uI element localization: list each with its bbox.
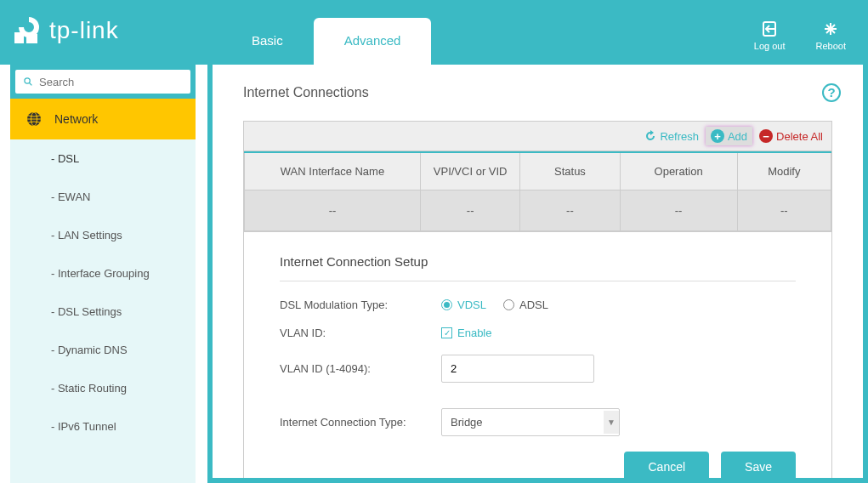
logout-button[interactable]: Log out (754, 20, 786, 51)
sidebar-item-dsl[interactable]: - DSL (10, 139, 196, 178)
label-modulation: DSL Modulation Type: (280, 298, 441, 311)
search-icon (24, 75, 32, 88)
sidebar-item-dynamic-dns[interactable]: - Dynamic DNS (10, 331, 196, 369)
svg-rect-1 (26, 34, 37, 43)
brand-name: tp-link (49, 17, 119, 44)
reboot-icon (816, 20, 846, 39)
sidebar-item-interface-grouping[interactable]: - Interface Grouping (10, 254, 196, 293)
radio-icon (503, 299, 514, 310)
reboot-label: Reboot (816, 41, 846, 51)
table-header-row: WAN Interface Name VPI/VCI or VID Status… (245, 152, 831, 190)
input-vlan-id[interactable] (441, 355, 594, 383)
select-conn-type[interactable]: Bridge ▼ (441, 408, 620, 436)
tab-basic[interactable]: Basic (221, 18, 314, 65)
search-wrap (10, 65, 196, 99)
row-vlan-value: VLAN ID (1-4094): (280, 355, 796, 383)
logout-label: Log out (754, 41, 786, 51)
help-icon[interactable]: ? (822, 83, 841, 102)
sidebar-item-ewan[interactable]: - EWAN (10, 178, 196, 216)
radio-vdsl[interactable]: VDSL (441, 298, 486, 311)
label-vlan: VLAN ID: (280, 327, 441, 339)
connections-table: Refresh + Add − Delete All WAN Interface… (243, 121, 832, 232)
search-input[interactable] (39, 76, 182, 88)
label-vlan-range: VLAN ID (1-4094): (280, 362, 441, 375)
col-status: Status (520, 152, 620, 190)
cancel-button[interactable]: Cancel (624, 452, 709, 478)
form-title: Internet Connection Setup (280, 254, 796, 269)
form-actions: Cancel Save (280, 452, 796, 478)
row-vlan-enable: VLAN ID: ✓ Enable (280, 327, 796, 339)
globe-icon (26, 111, 43, 128)
tplink-logo-icon (12, 15, 43, 46)
chevron-down-icon: ▼ (604, 411, 619, 434)
brand-logo: tp-link (12, 15, 119, 46)
radio-icon (441, 299, 452, 310)
col-modify: Modify (737, 152, 831, 190)
col-operation: Operation (620, 152, 737, 190)
plus-icon: + (711, 129, 724, 143)
form-setup: Internet Connection Setup DSL Modulation… (243, 232, 832, 478)
svg-line-12 (29, 82, 31, 85)
label-conn-type: Internet Connection Type: (280, 416, 441, 429)
row-conn-type: Internet Connection Type: Bridge ▼ (280, 408, 796, 436)
sidebar: Network - DSL - EWAN - LAN Settings - In… (10, 65, 196, 483)
form-divider (280, 281, 796, 281)
sidebar-section-network[interactable]: Network (10, 99, 196, 139)
refresh-button[interactable]: Refresh (644, 130, 699, 143)
delete-all-button[interactable]: − Delete All (759, 129, 823, 143)
check-icon: ✓ (441, 327, 452, 338)
panel-title: Internet Connections (243, 85, 832, 100)
row-modulation: DSL Modulation Type: VDSL ADSL (280, 298, 796, 311)
col-wan: WAN Interface Name (245, 152, 421, 190)
tab-advanced[interactable]: Advanced (314, 18, 432, 65)
table-row-empty: -- -- -- -- -- (245, 190, 831, 231)
header: tp-link Basic Advanced Log out Reboot (0, 0, 868, 65)
radio-adsl[interactable]: ADSL (503, 298, 548, 311)
add-button[interactable]: + Add (706, 127, 752, 145)
top-tabs: Basic Advanced (221, 18, 431, 65)
sidebar-item-ipv6-tunnel[interactable]: - IPv6 Tunnel (10, 407, 196, 446)
select-value: Bridge (451, 416, 483, 429)
reboot-button[interactable]: Reboot (816, 20, 846, 51)
col-vpi: VPI/VCI or VID (421, 152, 520, 190)
logout-icon (754, 20, 786, 39)
panel: Internet Connections ? Refresh + Add − D… (213, 65, 863, 478)
checkbox-enable[interactable]: ✓ Enable (441, 327, 491, 339)
header-actions: Log out Reboot (754, 20, 846, 51)
search-box[interactable] (15, 70, 190, 94)
sidebar-item-dsl-settings[interactable]: - DSL Settings (10, 293, 196, 331)
sidebar-item-static-routing[interactable]: - Static Routing (10, 369, 196, 407)
svg-rect-0 (14, 32, 24, 43)
save-button[interactable]: Save (721, 452, 796, 478)
sidebar-item-lan-settings[interactable]: - LAN Settings (10, 216, 196, 254)
main: Internet Connections ? Refresh + Add − D… (207, 65, 868, 483)
table-toolbar: Refresh + Add − Delete All (244, 122, 831, 151)
refresh-icon (644, 130, 656, 142)
minus-icon: − (759, 129, 773, 143)
sidebar-section-label: Network (54, 112, 98, 126)
